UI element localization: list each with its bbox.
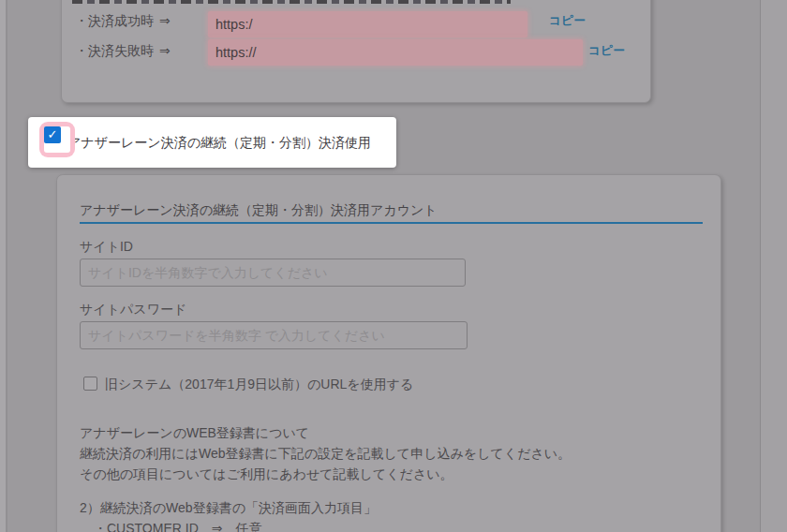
site-id-label: サイトID [80,239,133,256]
failure-url-label: ・決済失敗時 [75,42,154,59]
page-left-edge [0,0,7,532]
customer-id-line: ・CUSTOMER ID ⇒ 任意 [94,518,261,532]
success-url-copy-button[interactable]: コピー [549,14,587,27]
site-id-input[interactable] [80,259,466,287]
failure-url-copy-button[interactable]: コピー [588,44,626,57]
legacy-url-checkbox-label: 旧システム（2017年1月9日以前）のURLを使用する [105,376,413,392]
page-right-margin [760,0,787,532]
failure-url-value-redacted: https:// [208,39,583,66]
failure-arrow: ⇒ [159,42,171,59]
success-arrow: ⇒ [159,12,171,29]
success-url-label: ・決済成功時 [75,12,154,29]
legacy-url-checkbox[interactable] [83,377,97,391]
web-registration-note-3: その他の項目についてはご利用にあわせて記載してください。 [80,464,453,484]
site-password-input[interactable] [80,321,468,349]
recurring-payment-checkbox-label: アナザーレーン決済の継続（定期・分割）決済使用 [67,134,371,151]
account-section-underline [80,222,703,224]
success-url-value-redacted: https:/ [208,11,527,37]
checkbox-highlight-frame: ✓ [39,122,75,157]
dimmed-settings-page: ・決済成功時 ⇒ https:/ コピー ・決済失敗時 ⇒ https:// コ… [0,0,787,532]
section2-title: 2）継続決済のWeb登録書の「決済画面入力項目」 [80,497,377,518]
recurring-payment-checkbox[interactable]: ✓ [44,126,61,143]
site-password-label: サイトパスワード [80,302,186,318]
account-section-heading: アナザーレーン決済の継続（定期・分割）決済用アカウント [80,202,438,219]
clipped-heading-top [72,0,511,4]
web-registration-note-1: アナザーレーンのWEB登録書について [80,422,309,443]
web-registration-note-2: 継続決済の利用にはWeb登録書に下記の設定を記載して申し込みをしてください。 [80,443,571,464]
